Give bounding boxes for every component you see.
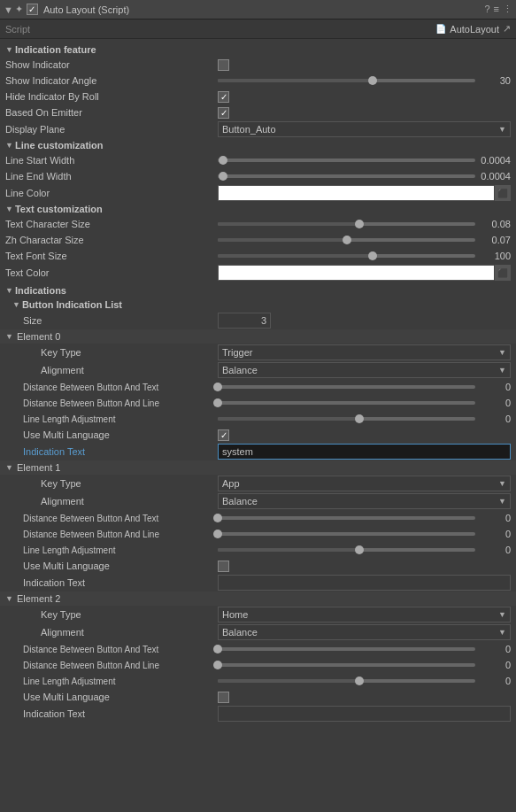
show-indicator-row: Show Indicator [0,57,516,73]
display-plane-value: Button_Auto [222,124,276,135]
element-2-dist-text-slider[interactable]: 0 [218,644,511,654]
element-1-keytype-row: Key Type App ▼ [0,475,516,492]
based-on-emitter-checkbox-container[interactable] [218,107,229,119]
settings-icon[interactable]: ≡ [494,4,499,15]
element-2-multilang-container[interactable] [218,692,229,703]
element-1-keytype-arrow: ▼ [498,479,506,488]
line-color-picker-btn[interactable]: ⬛ [494,185,510,201]
element-1-indication-text-input[interactable] [218,575,511,591]
line-end-width-track[interactable] [218,174,475,178]
element-0-keytype-dropdown[interactable]: Trigger ▼ [218,344,511,360]
text-color-field[interactable]: ⬛ [218,265,511,281]
display-plane-dropdown[interactable]: Button_Auto ▼ [218,121,511,137]
element-0-multilang-container[interactable] [218,429,229,441]
text-char-size-slider[interactable]: 0.08 [218,219,511,229]
text-color-picker-btn[interactable]: ⬛ [494,265,510,281]
text-font-size-row: Text Font Size 100 [0,248,516,264]
text-font-size-track[interactable] [218,254,475,258]
element-1-alignment-label: Alignment [5,496,218,507]
element-0-dist-line-slider[interactable]: 0 [218,398,511,408]
help-icon[interactable]: ? [484,4,489,15]
text-char-size-track[interactable] [218,222,475,226]
element-2-dist-line-track[interactable] [218,663,475,667]
text-color-label: Text Color [5,267,218,278]
zh-char-size-slider[interactable]: 0.07 [218,235,511,245]
element-1-dist-text-label: Distance Between Button And Text [5,514,218,523]
button-indication-list-label: Button Indication List [22,299,122,310]
indications-arrow[interactable]: ▼ [5,286,13,295]
indication-feature-arrow[interactable]: ▼ [5,45,13,54]
line-customization-header-row: ▼ Line customization [0,138,516,152]
text-font-size-value: 100 [479,251,511,261]
element-0-triangle: ▼ [5,332,13,341]
element-2-dist-line-slider[interactable]: 0 [218,660,511,670]
script-file[interactable]: 📄 AutoLayout ↗ [435,23,511,35]
element-2-alignment-label: Alignment [5,627,218,638]
element-0-linelength-slider[interactable]: 0 [218,414,511,424]
show-indicator-checkbox-container[interactable] [218,59,229,71]
element-0-indication-text-input[interactable] [218,444,511,460]
line-color-field[interactable]: ⬛ [218,185,511,201]
element-1-keytype-dropdown[interactable]: App ▼ [218,476,511,491]
element-1-dist-text-slider[interactable]: 0 [218,513,511,523]
button-list-arrow[interactable]: ▼ [5,300,20,309]
element-0-keytype-arrow: ▼ [498,348,506,357]
element-2-header[interactable]: ▼ Element 2 [0,592,516,606]
show-indicator-angle-track[interactable] [218,79,475,82]
text-customization-arrow[interactable]: ▼ [5,205,13,213]
element-0-header[interactable]: ▼ Element 0 [0,329,516,344]
element-2-dist-text-row: Distance Between Button And Text 0 [0,641,516,657]
line-customization-arrow[interactable]: ▼ [5,141,13,150]
display-plane-arrow: ▼ [498,125,506,134]
overflow-icon[interactable]: ⋮ [503,4,512,15]
element-1-linelength-label: Line Length Adjustment [5,545,218,555]
element-2-dist-text-track[interactable] [218,647,475,651]
element-1-linelength-track[interactable] [218,548,475,552]
element-0-multilang-row: Use Multi Language [0,427,516,443]
element-2-alignment-dropdown[interactable]: Balance ▼ [218,624,511,640]
element-1-indication-text-row: Indication Text [0,574,516,592]
element-2-multilang-checkbox[interactable] [218,692,229,703]
script-label: Script [5,24,30,35]
line-start-width-slider[interactable]: 0.0004 [218,155,511,166]
hide-indicator-roll-checkbox[interactable] [218,91,229,103]
element-0-dist-line-track[interactable] [218,401,475,405]
element-1-dist-line-value: 0 [479,529,511,539]
element-2-linelength-slider[interactable]: 0 [218,676,511,686]
line-end-width-slider[interactable]: 0.0004 [218,171,511,182]
size-input[interactable] [218,313,271,329]
element-0-multilang-checkbox[interactable] [218,429,229,441]
text-font-size-slider[interactable]: 100 [218,251,511,261]
element-0-dist-text-slider[interactable]: 0 [218,382,511,392]
element-1-linelength-value: 0 [479,545,511,555]
element-1-dist-text-track[interactable] [218,516,475,520]
fold-icon[interactable]: ▼ [4,4,13,15]
size-label: Size [5,315,218,326]
zh-char-size-track[interactable] [218,238,475,242]
enabled-checkbox[interactable] [27,4,38,15]
element-0-dist-line-value: 0 [479,398,511,408]
element-1-header[interactable]: ▼ Element 1 [0,460,516,475]
element-0-linelength-track[interactable] [218,417,475,421]
file-name: AutoLayout [450,24,499,35]
element-0-keytype-value: Trigger [222,347,252,358]
element-2-keytype-dropdown[interactable]: Home ▼ [218,607,511,623]
line-start-width-track[interactable] [218,159,475,162]
element-0-alignment-dropdown[interactable]: Balance ▼ [218,362,511,378]
element-2-linelength-track[interactable] [218,679,475,683]
element-1-linelength-slider[interactable]: 0 [218,545,511,555]
element-1-triangle: ▼ [5,463,13,472]
element-1-alignment-dropdown[interactable]: Balance ▼ [218,493,511,509]
element-1-dist-line-track[interactable] [218,532,475,536]
show-indicator-angle-slider[interactable]: 30 [218,75,511,86]
element-0-dist-text-track[interactable] [218,385,475,389]
element-1-multilang-checkbox[interactable] [218,561,229,572]
line-color-row: Line Color ⬛ [0,184,516,202]
element-2-indication-text-label: Indication Text [5,708,218,719]
show-indicator-checkbox[interactable] [218,59,229,71]
based-on-emitter-checkbox[interactable] [218,107,229,119]
element-1-dist-line-slider[interactable]: 0 [218,529,511,539]
hide-indicator-roll-checkbox-container[interactable] [218,91,229,103]
element-2-indication-text-input[interactable] [218,706,511,722]
element-1-multilang-container[interactable] [218,561,229,572]
